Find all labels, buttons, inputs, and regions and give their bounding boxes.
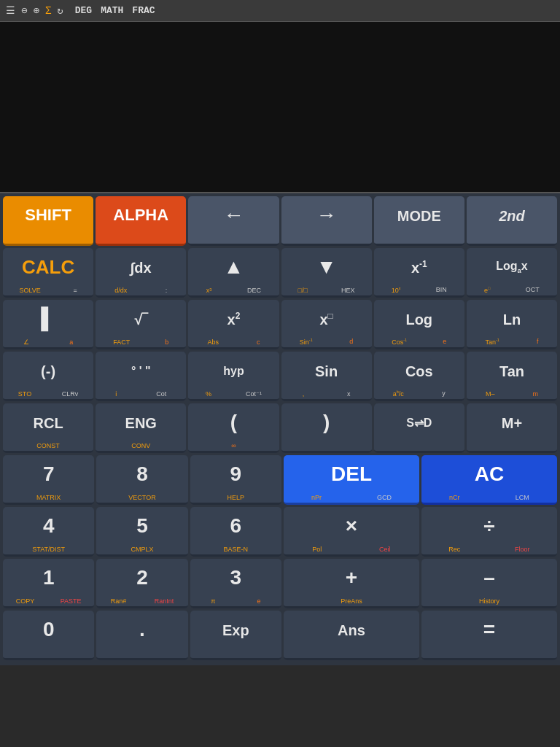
equals-button[interactable]: = [421,611,557,660]
button-row-8: 1 COPY PASTE 2 Ran# RanInt 3 π e + PreAn… [3,559,557,608]
button-row-4: (-) STO CLRv ° ' " i Cot hyp % Cot⁻¹ Sin… [3,352,557,401]
math-label: MATH [101,5,123,16]
tan-button[interactable]: Tan M– m [467,352,557,401]
sqrt-button[interactable]: √‾ FACT b [96,300,186,349]
hyp-button[interactable]: hyp % Cot⁻¹ [188,352,279,401]
plus-button[interactable]: + PreAns [284,559,419,608]
x-power-button[interactable]: x□ Sin-1 d [281,300,372,349]
up-button[interactable]: ▲ x³ DEC [188,248,279,298]
deg-min-sec-button[interactable]: ° ' " i Cot [96,352,186,401]
sin-button[interactable]: Sin , x [281,352,372,401]
button-row-1: SHIFT ALPHA ← → MODE 2nd [3,196,557,246]
minus-button[interactable]: – History [421,559,557,608]
close-paren-button[interactable]: ) [281,403,372,453]
button-row-9: 0 . Exp Ans = [3,611,557,660]
maximize-icon[interactable]: ⊕ [33,4,39,17]
button-row-7: 4 STAT/DIST 5 CMPLX 6 BASE-N × Pol Ceil [3,507,557,557]
dot-button[interactable]: . [96,611,187,660]
del-button[interactable]: DEL nPr GCD [284,455,419,505]
minimize-icon[interactable]: ⊖ [21,4,27,17]
down-button[interactable]: ▼ □/□ HEX [281,248,372,298]
3-button[interactable]: 3 π e [190,559,281,608]
deg-label: DEG [75,5,92,16]
m-plus-button[interactable]: M+ [467,403,557,453]
left-arrow-button[interactable]: ← [188,196,279,246]
integral-button[interactable]: ∫dx d/dx : [96,248,186,298]
2-button[interactable]: 2 Ran# RanInt [96,559,187,608]
eng-button[interactable]: ENG CONV [96,403,186,453]
0-button[interactable]: 0 [3,611,94,660]
6-button[interactable]: 6 BASE-N [190,507,281,557]
button-row-5: RCL CONST ENG CONV ( ∞ ) S⇌D M+ [3,403,557,453]
s-to-d-button[interactable]: S⇌D [374,403,464,453]
calc-button[interactable]: CALC SOLVE = [3,248,93,298]
right-arrow-button[interactable]: → [281,196,372,246]
ac-button[interactable]: AC nCr LCM [421,455,557,505]
alpha-button[interactable]: ALPHA [96,196,186,246]
calculator-display [0,22,560,193]
cos-button[interactable]: Cos ab/c y [374,352,464,401]
5-button[interactable]: 5 CMPLX [96,507,187,557]
sigma-icon[interactable]: Σ [45,5,51,17]
rcl-button[interactable]: RCL CONST [3,403,93,453]
button-row-2: CALC SOLVE = ∫dx d/dx : ▲ x³ DEC ▼ □/□ [3,248,557,298]
2nd-button[interactable]: 2nd [467,196,557,246]
titlebar: ☰ ⊖ ⊕ Σ ↻ DEG MATH FRAC [0,0,560,22]
8-button[interactable]: 8 VECTOR [96,455,187,505]
1-button[interactable]: 1 COPY PASTE [3,559,94,608]
open-paren-button[interactable]: ( ∞ [188,403,279,453]
ln-button[interactable]: Ln Tan-1 f [467,300,557,349]
refresh-icon[interactable]: ↻ [57,4,63,17]
log-a-x-button[interactable]: Logax e□ OCT [467,248,557,298]
menu-icon[interactable]: ☰ [6,4,15,17]
ans-button[interactable]: Ans [284,611,419,660]
fraction-button[interactable]: ▌ ∠ a [3,300,93,349]
log-button[interactable]: Log Cos-1 e [374,300,464,349]
button-row-3: ▌ ∠ a √‾ FACT b x2 Abs c x□ Sin-1 d [3,300,557,349]
exp-button[interactable]: Exp [190,611,281,660]
7-button[interactable]: 7 MATRIX [3,455,94,505]
negative-button[interactable]: (-) STO CLRv [3,352,93,401]
x-squared-button[interactable]: x2 Abs c [188,300,279,349]
4-button[interactable]: 4 STAT/DIST [3,507,94,557]
button-row-6: 7 MATRIX 8 VECTOR 9 HELP DEL nPr GCD AC [3,455,557,505]
9-button[interactable]: 9 HELP [190,455,281,505]
shift-button[interactable]: SHIFT [3,196,93,246]
multiply-button[interactable]: × Pol Ceil [284,507,419,557]
frac-label: FRAC [132,5,155,16]
calculator-body: SHIFT ALPHA ← → MODE 2nd CALC SOLVE = ∫d… [0,193,560,665]
divide-button[interactable]: ÷ Rec Floor [421,507,557,557]
mode-button[interactable]: MODE [374,196,464,246]
x-inverse-button[interactable]: x-1 10x BIN [374,248,464,298]
